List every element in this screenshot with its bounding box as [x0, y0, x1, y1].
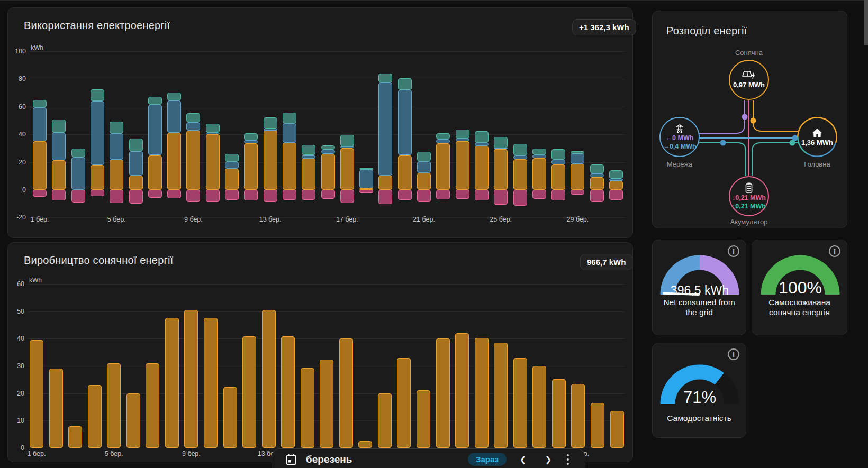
- now-button[interactable]: Зараз: [468, 453, 507, 466]
- bar-grid-consumed-day-10[interactable]: [206, 133, 220, 134]
- bar-battery-discharged-day-26[interactable]: [513, 144, 527, 155]
- bar-battery-discharged-day-6[interactable]: [129, 139, 143, 151]
- bar-solar-consumed-day-16[interactable]: [321, 154, 335, 190]
- bar-grid-consumed-day-29[interactable]: [571, 154, 584, 164]
- bar-solar-consumed-day-7[interactable]: [148, 155, 162, 190]
- bar-battery-discharged-day-25[interactable]: [494, 137, 508, 148]
- bar-grid-consumed-day-31[interactable]: [609, 179, 623, 181]
- bar-battery-discharged-day-18[interactable]: [359, 168, 373, 170]
- calendar-icon[interactable]: [286, 454, 296, 465]
- bar-solar-consumed-day-24[interactable]: [475, 146, 489, 190]
- bar-battery-charged-day-11[interactable]: [225, 190, 239, 200]
- bar-battery-charged-day-24[interactable]: [475, 190, 489, 200]
- bar-battery-discharged-day-16[interactable]: [321, 145, 335, 150]
- bar-solar-consumed-day-26[interactable]: [513, 159, 527, 190]
- bar-solar-production-day-8[interactable]: [165, 318, 179, 448]
- bar-grid-consumed-day-26[interactable]: [513, 155, 527, 159]
- bar-solar-production-day-22[interactable]: [436, 338, 450, 448]
- bar-grid-consumed-day-1[interactable]: [33, 107, 47, 141]
- bar-battery-charged-day-31[interactable]: [609, 190, 623, 200]
- bar-solar-production-day-23[interactable]: [455, 333, 469, 448]
- kebab-menu-icon[interactable]: [565, 452, 571, 467]
- bar-battery-charged-day-7[interactable]: [148, 190, 162, 198]
- bar-grid-consumed-day-23[interactable]: [456, 139, 469, 142]
- bar-grid-consumed-day-14[interactable]: [283, 123, 296, 143]
- bar-solar-consumed-day-5[interactable]: [110, 160, 123, 190]
- bar-grid-consumed-day-4[interactable]: [91, 101, 104, 165]
- bar-solar-production-day-28[interactable]: [552, 379, 566, 448]
- bar-grid-consumed-day-7[interactable]: [148, 105, 162, 155]
- bar-battery-charged-day-10[interactable]: [206, 190, 220, 202]
- bar-battery-discharged-day-19[interactable]: [378, 74, 392, 82]
- bar-solar-consumed-day-17[interactable]: [340, 148, 354, 190]
- bar-solar-production-day-29[interactable]: [571, 384, 585, 448]
- bar-battery-discharged-day-23[interactable]: [456, 130, 469, 139]
- bar-battery-charged-day-13[interactable]: [264, 190, 277, 202]
- bar-battery-discharged-day-5[interactable]: [110, 122, 123, 133]
- bar-battery-discharged-day-30[interactable]: [590, 164, 604, 173]
- bar-grid-consumed-day-12[interactable]: [244, 140, 258, 143]
- bar-battery-charged-day-25[interactable]: [494, 190, 508, 205]
- bar-battery-charged-day-2[interactable]: [52, 190, 66, 200]
- bar-battery-discharged-day-24[interactable]: [475, 131, 489, 142]
- bar-grid-consumed-day-11[interactable]: [225, 162, 239, 169]
- bar-grid-consumed-day-8[interactable]: [167, 100, 181, 133]
- bar-grid-consumed-day-16[interactable]: [321, 150, 335, 154]
- bar-battery-discharged-day-22[interactable]: [436, 133, 450, 139]
- bar-solar-consumed-day-28[interactable]: [551, 164, 565, 190]
- bar-solar-consumed-day-27[interactable]: [532, 158, 546, 190]
- bar-battery-charged-day-12[interactable]: [244, 190, 258, 200]
- bar-grid-consumed-day-21[interactable]: [417, 161, 431, 173]
- bar-solar-production-day-5[interactable]: [107, 363, 121, 448]
- bar-grid-consumed-day-19[interactable]: [378, 82, 392, 175]
- bar-battery-charged-day-4[interactable]: [91, 190, 104, 196]
- scrollbar-thumb[interactable]: [864, 0, 868, 45]
- next-month-button[interactable]: ❯: [539, 455, 557, 464]
- bar-solar-production-day-21[interactable]: [417, 390, 430, 448]
- bar-solar-production-day-26[interactable]: [513, 358, 527, 448]
- bar-battery-charged-day-30[interactable]: [590, 190, 604, 202]
- bar-battery-discharged-day-27[interactable]: [532, 149, 546, 155]
- bar-battery-charged-day-5[interactable]: [110, 190, 123, 203]
- bar-grid-consumed-day-17[interactable]: [340, 146, 354, 148]
- bar-solar-production-day-16[interactable]: [320, 360, 333, 448]
- bar-battery-charged-day-17[interactable]: [340, 190, 354, 203]
- bar-battery-charged-day-26[interactable]: [513, 190, 527, 206]
- bar-battery-discharged-day-17[interactable]: [340, 135, 354, 146]
- bar-battery-charged-day-28[interactable]: [551, 190, 565, 200]
- bar-solar-consumed-day-2[interactable]: [52, 160, 66, 190]
- bar-solar-consumed-day-22[interactable]: [436, 143, 450, 190]
- bar-solar-production-day-11[interactable]: [223, 387, 237, 448]
- bar-battery-discharged-day-31[interactable]: [609, 170, 623, 179]
- info-icon[interactable]: i: [728, 348, 739, 360]
- bar-battery-discharged-day-14[interactable]: [283, 113, 296, 123]
- bar-solar-consumed-day-4[interactable]: [91, 165, 104, 190]
- bar-solar-consumed-day-31[interactable]: [609, 181, 623, 190]
- bar-grid-consumed-day-27[interactable]: [532, 155, 546, 158]
- bar-solar-consumed-day-13[interactable]: [264, 131, 277, 190]
- bar-solar-consumed-day-25[interactable]: [494, 149, 508, 190]
- home-node[interactable]: 1,36 MWh: [797, 117, 837, 157]
- bar-battery-discharged-day-20[interactable]: [398, 78, 412, 90]
- bar-battery-discharged-day-11[interactable]: [225, 154, 239, 162]
- bar-battery-discharged-day-3[interactable]: [71, 149, 85, 157]
- bar-solar-production-day-19[interactable]: [378, 393, 392, 448]
- bar-solar-production-day-2[interactable]: [49, 369, 63, 448]
- bar-solar-production-day-30[interactable]: [591, 403, 604, 448]
- bar-battery-discharged-day-15[interactable]: [302, 145, 315, 155]
- bar-grid-consumed-day-5[interactable]: [110, 133, 123, 160]
- bar-battery-charged-day-14[interactable]: [283, 190, 296, 200]
- bar-battery-charged-day-1[interactable]: [33, 190, 47, 197]
- bar-grid-consumed-day-9[interactable]: [186, 122, 200, 130]
- bar-solar-production-day-15[interactable]: [301, 368, 314, 448]
- bar-solar-production-day-27[interactable]: [532, 366, 546, 448]
- bar-grid-consumed-day-20[interactable]: [398, 90, 412, 155]
- bar-grid-consumed-day-6[interactable]: [129, 151, 143, 176]
- bar-battery-charged-day-8[interactable]: [167, 190, 181, 198]
- bar-battery-discharged-day-10[interactable]: [206, 124, 220, 133]
- bar-solar-production-day-20[interactable]: [397, 358, 411, 448]
- bar-solar-production-day-7[interactable]: [146, 363, 159, 448]
- bar-solar-consumed-day-1[interactable]: [33, 141, 47, 190]
- bar-battery-discharged-day-13[interactable]: [264, 117, 277, 129]
- bar-solar-consumed-day-9[interactable]: [186, 131, 200, 190]
